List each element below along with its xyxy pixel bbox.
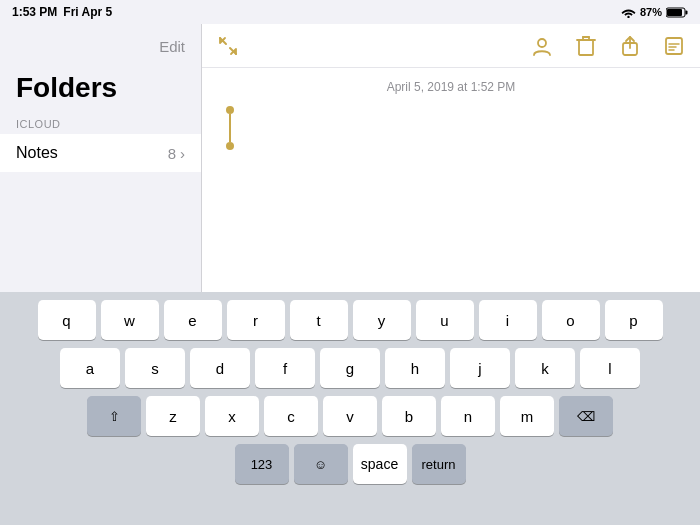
text-cursor <box>226 106 234 150</box>
key-m[interactable]: m <box>500 396 554 436</box>
pencil-icon <box>664 36 684 56</box>
key-v[interactable]: v <box>323 396 377 436</box>
right-toolbar <box>202 24 700 68</box>
key-j[interactable]: j <box>450 348 510 388</box>
upload-icon <box>620 35 640 57</box>
key-n[interactable]: n <box>441 396 495 436</box>
wifi-icon <box>621 7 636 18</box>
compose-button[interactable] <box>660 32 688 60</box>
key-l[interactable]: l <box>580 348 640 388</box>
share-button[interactable] <box>528 32 556 60</box>
key-h[interactable]: h <box>385 348 445 388</box>
keyboard-row-1: q w e r t y u i o p <box>4 300 696 340</box>
chevron-icon: › <box>180 145 185 162</box>
cursor-area <box>218 106 684 150</box>
key-p[interactable]: p <box>605 300 663 340</box>
key-f[interactable]: f <box>255 348 315 388</box>
status-right: 87% <box>621 6 688 18</box>
notes-row-right: 8 › <box>168 145 185 162</box>
status-bar: 1:53 PM Fri Apr 5 87% <box>0 0 700 24</box>
emoji-key[interactable]: ☺ <box>294 444 348 484</box>
expand-icon <box>218 36 238 56</box>
notes-row[interactable]: Notes 8 › <box>0 134 201 172</box>
key-s[interactable]: s <box>125 348 185 388</box>
key-q[interactable]: q <box>38 300 96 340</box>
key-t[interactable]: t <box>290 300 348 340</box>
space-key[interactable]: space <box>353 444 407 484</box>
note-content: April 5, 2019 at 1:52 PM <box>202 68 700 292</box>
keyboard-row-2: a s d f g h j k l <box>4 348 696 388</box>
svg-point-0 <box>627 15 629 17</box>
svg-rect-2 <box>686 10 688 14</box>
date: Fri Apr 5 <box>63 5 112 19</box>
delete-button[interactable] <box>572 32 600 60</box>
note-date: April 5, 2019 at 1:52 PM <box>387 80 516 94</box>
folders-title: Folders <box>0 68 201 112</box>
person-icon <box>531 35 553 57</box>
key-b[interactable]: b <box>382 396 436 436</box>
key-u[interactable]: u <box>416 300 474 340</box>
key-y[interactable]: y <box>353 300 411 340</box>
keyboard: q w e r t y u i o p a s d f g h j k l ⇧ … <box>0 292 700 525</box>
notes-count: 8 <box>168 145 176 162</box>
cursor-handle-top <box>226 106 234 114</box>
left-panel: Edit Folders ICLOUD Notes 8 › <box>0 24 202 292</box>
svg-rect-14 <box>666 38 682 54</box>
cursor-handle-bottom <box>226 142 234 150</box>
upload-button[interactable] <box>616 32 644 60</box>
edit-button[interactable]: Edit <box>159 38 185 55</box>
key-z[interactable]: z <box>146 396 200 436</box>
key-r[interactable]: r <box>227 300 285 340</box>
keyboard-row-3: ⇧ z x c v b n m ⌫ <box>4 396 696 436</box>
svg-rect-3 <box>667 9 682 16</box>
battery-icon <box>666 7 688 18</box>
cursor-line <box>229 114 231 142</box>
expand-button[interactable] <box>214 32 242 60</box>
backspace-key[interactable]: ⌫ <box>559 396 613 436</box>
keyboard-row-4: 123 ☺ space return <box>4 444 696 484</box>
svg-rect-7 <box>579 40 593 55</box>
return-key[interactable]: return <box>412 444 466 484</box>
key-d[interactable]: d <box>190 348 250 388</box>
toolbar-left <box>214 32 242 60</box>
notes-label: Notes <box>16 144 58 162</box>
content-area: Edit Folders ICLOUD Notes 8 › <box>0 24 700 292</box>
battery-percent: 87% <box>640 6 662 18</box>
app-container: Edit Folders ICLOUD Notes 8 › <box>0 24 700 525</box>
time: 1:53 PM <box>12 5 57 19</box>
icloud-label: ICLOUD <box>0 112 201 134</box>
key-a[interactable]: a <box>60 348 120 388</box>
key-c[interactable]: c <box>264 396 318 436</box>
key-k[interactable]: k <box>515 348 575 388</box>
shift-key[interactable]: ⇧ <box>87 396 141 436</box>
key-i[interactable]: i <box>479 300 537 340</box>
key-x[interactable]: x <box>205 396 259 436</box>
left-header: Edit <box>0 24 201 68</box>
right-panel: April 5, 2019 at 1:52 PM <box>202 24 700 292</box>
status-left: 1:53 PM Fri Apr 5 <box>12 5 112 19</box>
key-g[interactable]: g <box>320 348 380 388</box>
key-w[interactable]: w <box>101 300 159 340</box>
key-e[interactable]: e <box>164 300 222 340</box>
numbers-key[interactable]: 123 <box>235 444 289 484</box>
svg-point-6 <box>538 39 546 47</box>
key-o[interactable]: o <box>542 300 600 340</box>
trash-icon <box>576 35 596 57</box>
toolbar-right <box>528 32 688 60</box>
